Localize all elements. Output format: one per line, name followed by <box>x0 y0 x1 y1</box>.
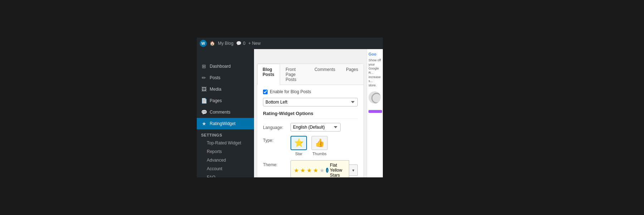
sidebar-item-dashboard[interactable]: ⊞ Dashboard <box>197 61 254 72</box>
theme-row: Theme: ★ ★ ★ ★ ★ i Flat Yello <box>263 160 358 177</box>
sidebar-sub-advanced[interactable]: Advanced <box>197 156 254 164</box>
type-label-star: Star <box>295 152 302 156</box>
language-label: Language: <box>263 123 286 130</box>
theme-label: Theme: <box>263 160 286 167</box>
theme-star-4: ★ <box>313 167 318 174</box>
language-select[interactable]: English (Default) <box>291 123 341 132</box>
sidebar: ⊞ Dashboard ✏ Posts 🖼 Media 📄 Pages 💬 Co… <box>197 49 254 177</box>
google-cta-partial <box>369 110 382 113</box>
posts-icon: ✏ <box>201 75 207 81</box>
enable-row: Enable for Blog Posts <box>263 89 358 94</box>
sidebar-sub-faq[interactable]: FAQ <box>197 173 254 177</box>
main-content: Blog Posts Front Page Posts Comments Pag… <box>254 49 367 177</box>
sidebar-label-pages: Pages <box>210 98 222 103</box>
ratingwidget-icon: ★ <box>201 121 207 126</box>
position-select[interactable]: Bottom Left <box>263 98 358 106</box>
sidebar-item-ratingwidget[interactable]: ★ RatingWidget <box>197 118 254 129</box>
settings-section-label: Settings <box>197 129 254 139</box>
tab-pages[interactable]: Pages <box>341 64 364 85</box>
sidebar-sub-account[interactable]: Account <box>197 164 254 173</box>
media-icon: 🖼 <box>201 86 207 92</box>
google-text: Show off your Google R... increase s... … <box>369 58 381 88</box>
admin-bar: W 🏠 My Blog 💬 0 + New <box>197 38 383 49</box>
language-row: Language: English (Default) <box>263 123 358 132</box>
language-field: English (Default) <box>291 123 358 132</box>
type-row: Type: ⭐ Star 👍 Thumbs <box>263 136 358 156</box>
type-label-thumbs: Thumbs <box>312 152 327 156</box>
theme-star-3: ★ <box>307 167 312 174</box>
admin-bar-new[interactable]: + New <box>248 41 260 46</box>
sidebar-item-posts[interactable]: ✏ Posts <box>197 72 254 83</box>
theme-field: ★ ★ ★ ★ ★ i Flat Yellow Stars ▼ <box>291 160 358 177</box>
type-option-thumbs[interactable]: 👍 Thumbs <box>311 136 328 156</box>
enable-label: Enable for Blog Posts <box>270 89 311 94</box>
theme-select-display[interactable]: ★ ★ ★ ★ ★ i Flat Yellow Stars <box>291 160 349 177</box>
type-btn-star[interactable]: ⭐ <box>291 136 307 150</box>
theme-info-icon[interactable]: i <box>326 168 328 173</box>
sidebar-sub-reports[interactable]: Reports <box>197 147 254 156</box>
sidebar-label-dashboard: Dashboard <box>210 64 231 69</box>
theme-star-2: ★ <box>300 167 305 174</box>
sidebar-item-media[interactable]: 🖼 Media <box>197 83 254 95</box>
pages-icon: 📄 <box>201 98 207 104</box>
type-btn-thumbs[interactable]: 👍 <box>311 136 328 150</box>
admin-bar-home[interactable]: 🏠 <box>210 41 215 46</box>
theme-name: Flat Yellow Stars <box>330 163 346 177</box>
theme-select-wrapper: ★ ★ ★ ★ ★ i Flat Yellow Stars ▼ <box>291 160 358 177</box>
content-panel: Blog Posts Front Page Posts Comments Pag… <box>257 63 364 177</box>
admin-bar-comments[interactable]: 💬 0 <box>236 41 245 46</box>
tab-comments[interactable]: Comments <box>309 64 341 85</box>
wp-logo-icon[interactable]: W <box>200 40 207 47</box>
theme-select-arrow[interactable]: ▼ <box>349 164 358 176</box>
sidebar-item-comments[interactable]: 💬 Comments <box>197 106 254 118</box>
enable-checkbox[interactable] <box>263 90 268 94</box>
theme-star-1: ★ <box>294 167 299 174</box>
sidebar-label-comments: Comments <box>210 110 230 115</box>
type-field: ⭐ Star 👍 Thumbs <box>291 136 358 156</box>
form-content: Enable for Blog Posts Bottom Left Rating… <box>257 85 364 177</box>
dashboard-icon: ⊞ <box>201 63 207 69</box>
google-label: Goo <box>369 52 376 56</box>
tab-front-page-posts[interactable]: Front Page Posts <box>280 64 309 85</box>
theme-star-5: ★ <box>319 167 325 174</box>
sidebar-label-media: Media <box>210 87 221 92</box>
sidebar-item-pages[interactable]: 📄 Pages <box>197 95 254 106</box>
type-option-star[interactable]: ⭐ Star <box>291 136 307 156</box>
sidebar-label-ratingwidget: RatingWidget <box>210 121 235 126</box>
comments-icon: 💬 <box>201 109 207 115</box>
google-circle <box>369 91 381 104</box>
section-title: Rating-Widget Options <box>263 111 358 119</box>
sidebar-label-posts: Posts <box>210 75 220 80</box>
admin-bar-site[interactable]: My Blog <box>218 41 233 46</box>
tabs-bar: Blog Posts Front Page Posts Comments Pag… <box>257 64 364 85</box>
tab-blog-posts[interactable]: Blog Posts <box>257 64 280 85</box>
type-label: Type: <box>263 136 286 143</box>
sidebar-sub-top-rated[interactable]: Top-Rated Widget <box>197 139 254 147</box>
type-options: ⭐ Star 👍 Thumbs <box>291 136 358 156</box>
right-panel: Goo Show off your Google R... increase s… <box>367 49 383 177</box>
